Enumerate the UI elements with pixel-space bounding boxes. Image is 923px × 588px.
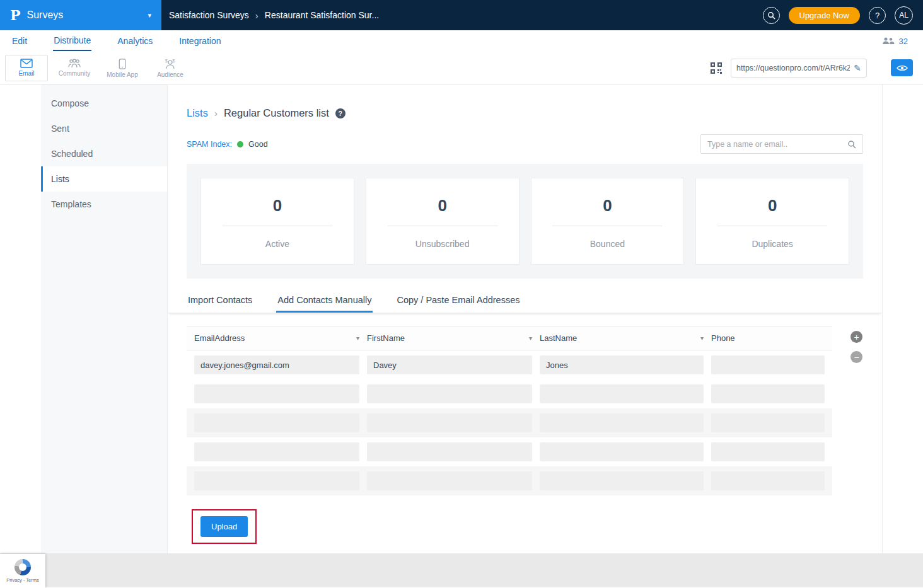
contact-search-input[interactable] bbox=[707, 140, 847, 149]
sidebar-item-compose[interactable]: Compose bbox=[41, 91, 167, 116]
lastname-input[interactable] bbox=[540, 442, 704, 461]
footer-strip bbox=[0, 553, 923, 587]
channel-audience[interactable]: $$ Audience bbox=[149, 55, 192, 81]
chevron-down-icon[interactable]: ▾ bbox=[700, 335, 704, 342]
respondents-indicator[interactable]: 32 bbox=[882, 37, 923, 46]
chevron-down-icon[interactable]: ▾ bbox=[148, 11, 151, 20]
firstname-input[interactable] bbox=[367, 413, 532, 432]
column-emailaddress[interactable]: EmailAddress ▾ bbox=[194, 333, 359, 343]
phone-input[interactable] bbox=[711, 384, 825, 403]
tab-integration[interactable]: Integration bbox=[178, 30, 221, 52]
recaptcha-caption[interactable]: Privacy - Terms bbox=[6, 577, 39, 583]
contact-tabs: Import Contacts Add Contacts Manually Co… bbox=[168, 289, 882, 313]
email-sidebar: Compose Sent Scheduled Lists Templates bbox=[41, 84, 167, 553]
firstname-input[interactable] bbox=[367, 442, 532, 461]
add-row-button[interactable]: + bbox=[850, 331, 862, 343]
questionpro-logo: P bbox=[10, 7, 21, 23]
firstname-input[interactable] bbox=[367, 471, 532, 490]
spam-and-search-row: SPAM Index: Good bbox=[187, 134, 863, 154]
tab-edit[interactable]: Edit bbox=[11, 30, 28, 52]
table-row bbox=[187, 408, 832, 437]
search-button[interactable] bbox=[763, 7, 780, 24]
tab-import-contacts[interactable]: Import Contacts bbox=[187, 289, 253, 313]
sidebar-item-lists[interactable]: Lists bbox=[41, 166, 167, 192]
recaptcha-badge[interactable]: Privacy - Terms bbox=[0, 554, 45, 588]
email-input[interactable] bbox=[194, 471, 359, 490]
channel-mobile-app[interactable]: Mobile App bbox=[101, 55, 144, 81]
topbar-actions: Upgrade Now ? AL bbox=[763, 6, 923, 25]
search-icon[interactable] bbox=[847, 140, 856, 149]
firstname-input[interactable] bbox=[367, 384, 532, 403]
people-icon bbox=[882, 37, 895, 45]
email-input[interactable] bbox=[194, 442, 359, 461]
column-firstname[interactable]: FirstName ▾ bbox=[367, 333, 532, 343]
lastname-input[interactable] bbox=[540, 384, 704, 403]
stat-label: Unsubscribed bbox=[366, 239, 519, 249]
stat-duplicates: 0 Duplicates bbox=[695, 178, 849, 265]
channel-list: Email Community Mobile App $$ Audience bbox=[5, 55, 192, 81]
recaptcha-icon bbox=[15, 559, 31, 575]
email-input[interactable] bbox=[194, 413, 359, 432]
avatar[interactable]: AL bbox=[895, 6, 913, 25]
sidebar-item-scheduled[interactable]: Scheduled bbox=[41, 141, 167, 166]
qr-code-button[interactable] bbox=[711, 62, 722, 74]
survey-url-field[interactable]: https://questionpro.com/t/ARr6kZR7 ✎ bbox=[731, 59, 867, 78]
qr-code-icon bbox=[711, 62, 722, 74]
phone-input[interactable] bbox=[711, 471, 825, 490]
table-row bbox=[187, 350, 832, 379]
audience-icon: $$ bbox=[164, 59, 177, 69]
stat-value: 0 bbox=[388, 196, 497, 226]
list-help-icon[interactable]: ? bbox=[335, 108, 345, 118]
breadcrumb-parent[interactable]: Satisfaction Surveys bbox=[169, 10, 249, 20]
survey-nav: Edit Distribute Analytics Integration 32 bbox=[0, 30, 923, 52]
stat-value: 0 bbox=[552, 196, 662, 226]
firstname-input[interactable] bbox=[367, 355, 532, 374]
stat-value: 0 bbox=[717, 196, 827, 226]
phone-input[interactable] bbox=[711, 413, 825, 432]
column-lastname[interactable]: LastName ▾ bbox=[540, 333, 704, 343]
sidebar-item-sent[interactable]: Sent bbox=[41, 116, 167, 141]
sidebar-item-templates[interactable]: Templates bbox=[41, 192, 167, 217]
phone-input[interactable] bbox=[711, 355, 825, 374]
url-tools: https://questionpro.com/t/ARr6kZR7 ✎ bbox=[711, 59, 913, 78]
contact-search[interactable] bbox=[700, 134, 863, 154]
chevron-down-icon[interactable]: ▾ bbox=[356, 335, 359, 342]
contacts-table: EmailAddress ▾ FirstName ▾ LastName ▾ Ph… bbox=[187, 326, 832, 544]
channel-email[interactable]: Email bbox=[5, 55, 48, 81]
workspace: Compose Sent Scheduled Lists Templates L… bbox=[0, 84, 923, 553]
row-controls: + − bbox=[850, 331, 862, 363]
lists-link[interactable]: Lists bbox=[187, 107, 208, 119]
email-input[interactable] bbox=[194, 355, 359, 374]
tab-add-contacts-manually[interactable]: Add Contacts Manually bbox=[276, 289, 373, 313]
product-switcher[interactable]: P Surveys ▾ bbox=[0, 0, 161, 30]
preview-button[interactable] bbox=[891, 59, 913, 76]
help-button[interactable]: ? bbox=[869, 7, 886, 24]
remove-row-button[interactable]: − bbox=[850, 351, 862, 363]
edit-url-icon[interactable]: ✎ bbox=[854, 63, 861, 73]
channel-community[interactable]: Community bbox=[53, 55, 96, 81]
breadcrumb-separator-icon: › bbox=[255, 10, 258, 21]
lastname-input[interactable] bbox=[540, 355, 704, 374]
tab-analytics[interactable]: Analytics bbox=[117, 30, 153, 52]
email-input[interactable] bbox=[194, 384, 359, 403]
lastname-input[interactable] bbox=[540, 471, 704, 490]
table-row bbox=[187, 437, 832, 466]
tab-copy-paste-emails[interactable]: Copy / Paste Email Addresses bbox=[395, 289, 521, 313]
lastname-input[interactable] bbox=[540, 413, 704, 432]
list-breadcrumb: Lists › Regular Customers list ? bbox=[187, 107, 863, 119]
product-name: Surveys bbox=[27, 9, 64, 21]
search-icon bbox=[767, 11, 775, 20]
survey-url[interactable]: https://questionpro.com/t/ARr6kZR7 bbox=[736, 64, 850, 72]
upgrade-button[interactable]: Upgrade Now bbox=[789, 7, 861, 24]
tab-distribute[interactable]: Distribute bbox=[53, 30, 91, 52]
right-gutter bbox=[883, 84, 923, 553]
stat-active: 0 Active bbox=[200, 178, 354, 265]
chevron-down-icon[interactable]: ▾ bbox=[529, 335, 532, 342]
eye-icon bbox=[897, 64, 908, 72]
phone-input[interactable] bbox=[711, 442, 825, 461]
breadcrumb-current: Restaurant Satisfaction Sur... bbox=[265, 10, 379, 20]
spam-index-label: SPAM Index: bbox=[187, 140, 232, 149]
table-row bbox=[187, 466, 832, 495]
upload-button[interactable]: Upload bbox=[200, 516, 248, 537]
left-gutter bbox=[0, 84, 41, 553]
